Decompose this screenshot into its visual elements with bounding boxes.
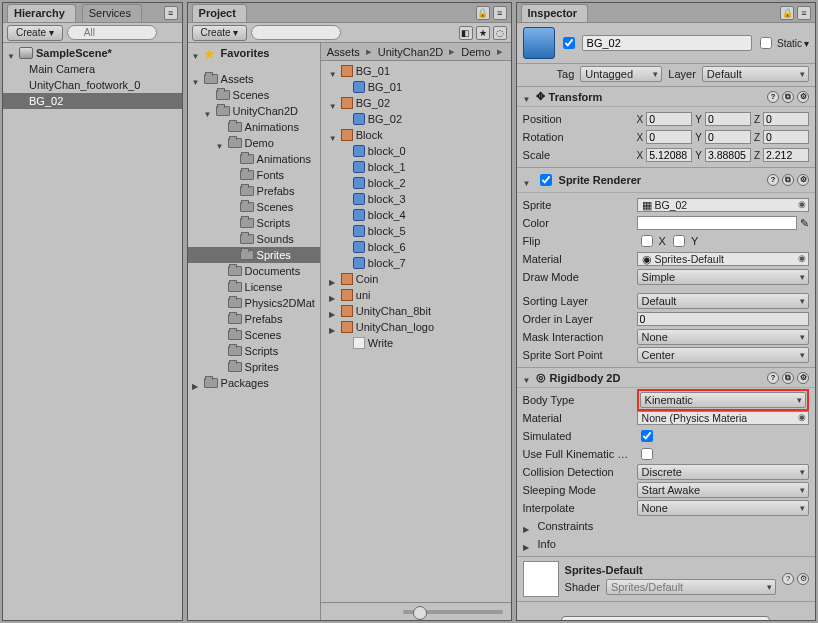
gear-icon[interactable]: ⚙ (797, 372, 809, 384)
gear-icon[interactable]: ⚙ (797, 91, 809, 103)
folder-row[interactable]: Scenes (188, 199, 320, 215)
folder-row[interactable]: Demo (188, 135, 320, 151)
panel-menu-icon[interactable]: ≡ (164, 6, 178, 20)
folder-row[interactable]: Assets (188, 71, 320, 87)
expand-arrow-icon[interactable] (341, 211, 350, 220)
gameobject-icon[interactable] (523, 27, 555, 59)
asset-row[interactable]: block_3 (321, 191, 511, 207)
breadcrumb-item[interactable]: UnityChan2D (378, 46, 443, 58)
asset-row[interactable]: block_7 (321, 255, 511, 271)
expand-arrow-icon[interactable] (228, 251, 237, 260)
expand-arrow-icon[interactable] (216, 363, 225, 372)
expand-arrow-icon[interactable] (216, 139, 225, 148)
static-dropdown-icon[interactable]: ▾ (804, 38, 809, 49)
active-checkbox[interactable] (563, 37, 575, 49)
expand-arrow-icon[interactable] (341, 227, 350, 236)
folder-row[interactable]: License (188, 279, 320, 295)
folder-row[interactable]: Scripts (188, 343, 320, 359)
breadcrumb-item[interactable]: Assets (327, 46, 360, 58)
static-checkbox[interactable] (760, 37, 772, 49)
project-tab[interactable]: Project (192, 4, 247, 22)
expand-arrow-icon[interactable] (216, 299, 225, 308)
foldout-arrow-icon[interactable] (523, 176, 532, 185)
expand-arrow-icon[interactable] (329, 275, 338, 284)
favorites-row[interactable]: ★ Favorites (188, 45, 320, 61)
expand-arrow-icon[interactable] (216, 267, 225, 276)
expand-arrow-icon[interactable] (216, 123, 225, 132)
expand-arrow-icon[interactable] (216, 331, 225, 340)
simulated-checkbox[interactable] (641, 430, 653, 442)
asset-row[interactable]: block_1 (321, 159, 511, 175)
expand-arrow-icon[interactable] (228, 203, 237, 212)
expand-arrow-icon[interactable] (341, 243, 350, 252)
asset-row[interactable]: UnityChan_8bit (321, 303, 511, 319)
asset-row[interactable]: block_5 (321, 223, 511, 239)
hierarchy-create-button[interactable]: Create ▾ (7, 25, 63, 41)
lock-icon[interactable]: 🔒 (780, 6, 794, 20)
preset-icon[interactable]: ⧉ (782, 174, 794, 186)
lock-icon[interactable]: 🔒 (476, 6, 490, 20)
color-field[interactable] (637, 216, 797, 230)
expand-arrow-icon[interactable] (329, 307, 338, 316)
expand-arrow-icon[interactable] (341, 195, 350, 204)
collision-detection-dropdown[interactable]: Discrete (637, 464, 809, 480)
gear-icon[interactable]: ⚙ (797, 174, 809, 186)
help-icon[interactable]: ? (767, 372, 779, 384)
folder-row[interactable]: Sprites (188, 359, 320, 375)
asset-row[interactable]: BG_01 (321, 63, 511, 79)
expand-arrow-icon[interactable] (341, 339, 350, 348)
expand-arrow-icon[interactable] (192, 49, 201, 58)
gameobject-name-field[interactable] (582, 35, 752, 51)
folder-row[interactable]: Scenes (188, 327, 320, 343)
expand-arrow-icon[interactable] (204, 107, 213, 116)
physics-material-field[interactable]: None (Physics Materia (637, 411, 809, 425)
services-tab[interactable]: Services (82, 4, 142, 22)
expand-arrow-icon[interactable] (329, 99, 338, 108)
expand-arrow-icon[interactable] (341, 163, 350, 172)
folder-row[interactable]: Physics2DMat (188, 295, 320, 311)
expand-arrow-icon[interactable] (7, 49, 16, 58)
position-y-field[interactable] (705, 112, 751, 126)
asset-row[interactable]: Write (321, 335, 511, 351)
material-field[interactable]: ◉ Sprites-Default (637, 252, 809, 266)
expand-arrow-icon[interactable] (192, 75, 201, 84)
folder-row[interactable]: UnityChan2D (188, 103, 320, 119)
expand-arrow-icon[interactable] (341, 259, 350, 268)
asset-row[interactable]: uni (321, 287, 511, 303)
sortinglayer-dropdown[interactable]: Default (637, 293, 809, 309)
expand-arrow-icon[interactable] (216, 347, 225, 356)
expand-arrow-icon[interactable] (329, 67, 338, 76)
asset-row[interactable]: Coin (321, 271, 511, 287)
flip-x-checkbox[interactable] (641, 235, 653, 247)
breadcrumb[interactable]: Assets UnityChan2D Demo (321, 43, 511, 61)
foldout-arrow-icon[interactable] (523, 373, 532, 382)
expand-arrow-icon[interactable] (329, 131, 338, 140)
preset-icon[interactable]: ⧉ (782, 372, 794, 384)
asset-row[interactable]: block_0 (321, 143, 511, 159)
folder-row[interactable]: Sounds (188, 231, 320, 247)
position-x-field[interactable] (646, 112, 692, 126)
hierarchy-item[interactable]: Main Camera (3, 61, 182, 77)
expand-arrow-icon[interactable] (204, 91, 213, 100)
component-enabled-checkbox[interactable] (540, 174, 552, 186)
bodytype-dropdown[interactable]: Kinematic (640, 392, 806, 408)
thumbnail-size-slider[interactable] (403, 610, 503, 614)
help-icon[interactable]: ? (782, 573, 794, 585)
project-create-button[interactable]: Create ▾ (192, 25, 248, 41)
asset-row[interactable]: UnityChan_logo (321, 319, 511, 335)
order-field[interactable] (637, 312, 809, 326)
scale-z-field[interactable] (763, 148, 809, 162)
folder-row[interactable]: Documents (188, 263, 320, 279)
foldout-arrow-icon[interactable] (523, 522, 532, 531)
expand-arrow-icon[interactable] (216, 283, 225, 292)
panel-menu-icon[interactable]: ≡ (797, 6, 811, 20)
asset-row[interactable]: BG_01 (321, 79, 511, 95)
folder-row[interactable]: Packages (188, 375, 320, 391)
folder-row[interactable]: Scenes (188, 87, 320, 103)
asset-row[interactable]: BG_02 (321, 111, 511, 127)
shader-dropdown[interactable]: Sprites/Default (606, 579, 776, 595)
expand-arrow-icon[interactable] (341, 179, 350, 188)
sortpoint-dropdown[interactable]: Center (637, 347, 809, 363)
tag-dropdown[interactable]: Untagged (580, 66, 662, 82)
folder-row[interactable]: Animations (188, 119, 320, 135)
